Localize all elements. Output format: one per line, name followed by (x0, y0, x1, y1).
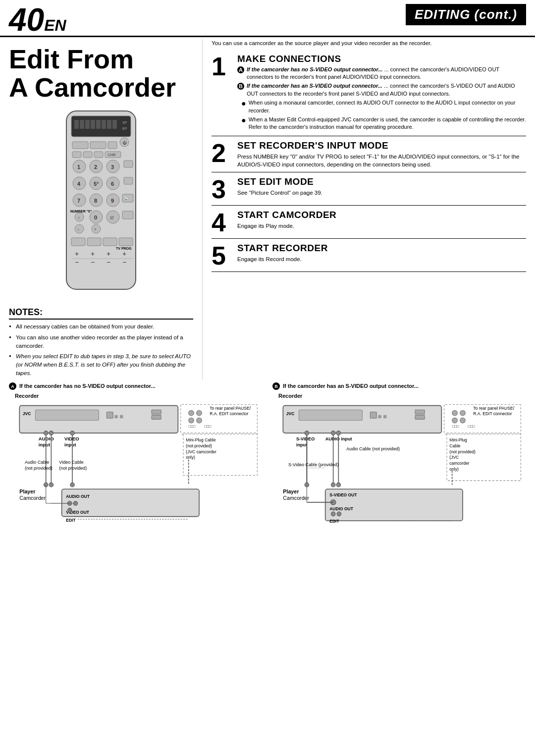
step-number-2: 2 (212, 140, 233, 166)
svg-text:Audio Cable: Audio Cable (25, 460, 49, 465)
step-3: 3 SET EDIT MODE See "Picture Control" on… (212, 176, 526, 206)
svg-rect-6 (96, 120, 101, 129)
svg-point-135 (460, 411, 466, 416)
svg-point-134 (452, 418, 458, 424)
svg-text:2: 2 (94, 164, 97, 170)
svg-rect-75 (120, 415, 123, 418)
notes-section: NOTES: All necessary cables can be obtai… (9, 307, 193, 377)
remote-illustration: SP EP ⏻ ·CHR· (9, 106, 193, 301)
svg-text:///: /// (110, 216, 114, 220)
recorder-label-a: Recorder (15, 393, 263, 399)
diagram-row: A If the camcorder has no S-VIDEO output… (9, 382, 526, 550)
svg-rect-9 (112, 120, 117, 129)
step-1: 1 MAKE CONNECTIONS A If the camcorder ha… (212, 54, 526, 136)
svg-rect-72 (35, 410, 99, 421)
svg-text:EP: EP (122, 127, 127, 130)
svg-text:S-Video Cable (provided): S-Video Cable (provided) (288, 463, 338, 468)
svg-text:Mini-Plug Cable: Mini-Plug Cable (186, 438, 215, 443)
svg-point-82 (197, 418, 202, 424)
step-number-1: 1 (212, 54, 233, 79)
diagram-b-svg: JVC □□□ □□□ To rear panel PAUSE/ R.A. ED… (272, 400, 526, 548)
page-number: 40 EN (9, 4, 66, 36)
svg-text:Camcorder: Camcorder (283, 495, 309, 501)
step-sub-text-b: If the camcorder has an S-VIDEO output c… (247, 82, 526, 98)
svg-rect-13 (90, 142, 106, 149)
step-content-3: SET EDIT MODE See "Picture Control" on p… (237, 176, 526, 197)
svg-rect-129 (383, 415, 386, 418)
step-sub-b: B If the camcorder has an S-VIDEO output… (237, 82, 526, 98)
svg-rect-3 (80, 120, 84, 129)
svg-rect-56 (71, 238, 85, 246)
svg-point-95 (49, 431, 54, 435)
step-bullet-1: ● When using a monaural camcorder, conne… (241, 99, 526, 114)
page-num-suffix: EN (44, 17, 66, 33)
svg-text:VIDEO: VIDEO (64, 436, 79, 441)
step-title-5: START RECORDER (237, 243, 526, 254)
svg-text:(not provided): (not provided) (186, 443, 212, 448)
step-title-3: SET EDIT MODE (237, 176, 526, 187)
step-number-4: 4 (212, 210, 233, 235)
svg-text:R.A. EDIT connector: R.A. EDIT connector (473, 411, 512, 416)
note-item: All necessary cables can be obtained fro… (9, 323, 193, 331)
intro-text: You can use a camcorder as the source pl… (212, 39, 526, 48)
svg-rect-58 (103, 238, 117, 246)
svg-rect-128 (378, 415, 381, 418)
svg-text:+: + (122, 250, 126, 258)
svg-text:⏻: ⏻ (122, 141, 127, 145)
svg-rect-8 (107, 120, 111, 129)
svg-text:S-VIDEO OUT: S-VIDEO OUT (329, 493, 357, 498)
svg-text:6: 6 (111, 181, 114, 187)
svg-text:Mini-Plug: Mini-Plug (449, 438, 467, 443)
svg-rect-74 (114, 415, 117, 418)
svg-text:camcorder: camcorder (449, 461, 469, 466)
step-text-4: Engage its Play mode. (237, 222, 526, 230)
diagrams-section: A If the camcorder has no S-VIDEO output… (0, 382, 535, 550)
svg-text:Player: Player (283, 488, 299, 494)
svg-point-152 (336, 483, 341, 487)
svg-point-81 (197, 411, 202, 416)
svg-text:□□□: □□□ (189, 425, 196, 429)
step-text-2: Press NUMBER key "0" and/or TV PROG to s… (237, 153, 526, 169)
svg-text:EDIT: EDIT (329, 519, 339, 524)
diagram-a-svg: JVC □□□ □□□ To rear panel PAUSE/ (9, 400, 263, 548)
svg-point-54 (92, 224, 101, 233)
step-content-4: START CAMCORDER Engage its Play mode. (237, 210, 526, 230)
svg-rect-57 (87, 238, 101, 246)
svg-text:−: − (91, 258, 95, 266)
svg-text:+: + (91, 250, 95, 258)
svg-text:input: input (64, 442, 76, 447)
svg-text:(not provided): (not provided) (25, 466, 53, 471)
svg-rect-59 (119, 238, 133, 246)
step-sub-text-a: If the camcorder has no S-VIDEO output c… (247, 66, 526, 81)
svg-text:0: 0 (94, 215, 97, 220)
step-sub-label-b: B (237, 83, 244, 90)
svg-text:JVC: JVC (286, 411, 295, 416)
svg-text:4: 4 (77, 181, 81, 187)
svg-text:(JVC: (JVC (449, 455, 459, 460)
svg-point-79 (189, 411, 194, 416)
recorder-label-b: Recorder (278, 393, 526, 399)
svg-text:only): only) (449, 467, 459, 472)
svg-rect-4 (85, 120, 90, 129)
svg-rect-17 (72, 152, 81, 158)
svg-point-172 (331, 512, 335, 516)
svg-rect-28 (124, 161, 133, 167)
diagram-b: B If the camcorder has an S-VIDEO output… (272, 382, 526, 550)
svg-rect-14 (108, 142, 117, 149)
page-num-digits: 40 (9, 4, 44, 36)
step-text-3: See "Picture Control" on page 39. (237, 189, 526, 197)
svg-text:·CHR·: ·CHR· (107, 153, 116, 157)
step-text-5: Engage its Record mode. (237, 255, 526, 264)
step-title-1: MAKE CONNECTIONS (237, 54, 526, 64)
svg-text:Player: Player (19, 488, 35, 494)
diagram-a-caption: A If the camcorder has no S-VIDEO output… (9, 382, 263, 390)
svg-text:8: 8 (94, 198, 97, 204)
svg-text:−: − (122, 258, 126, 266)
svg-text:+: + (75, 250, 79, 258)
svg-rect-131 (415, 415, 425, 420)
diagram-a: A If the camcorder has no S-VIDEO output… (9, 382, 263, 550)
svg-rect-49 (122, 211, 133, 219)
svg-rect-5 (91, 120, 95, 129)
svg-text:input: input (39, 442, 51, 447)
step-5: 5 START RECORDER Engage its Record mode. (212, 243, 526, 272)
